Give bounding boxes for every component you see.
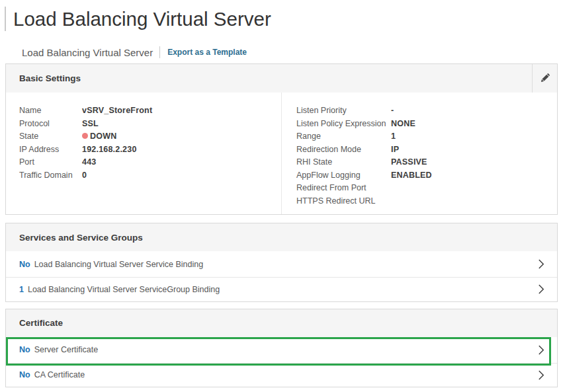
state-down-dot-icon: [82, 133, 88, 139]
pencil-icon: [539, 72, 551, 85]
field-protocol: Protocol SSL: [19, 118, 281, 131]
certificate-panel: Certificate No Server Certificate No CA …: [5, 309, 558, 388]
chevron-right-icon: [539, 259, 544, 269]
field-redirect-from-port: Redirect From Port: [296, 182, 557, 195]
basic-settings-panel: Basic Settings Name vSRV_StoreFront Prot…: [5, 63, 558, 215]
field-listen-priority: Listen Priority -: [296, 104, 557, 118]
state-value: DOWN: [90, 132, 116, 141]
title-accent-bar: [5, 7, 6, 31]
field-appflow-logging: AppFlow Logging ENABLED: [296, 169, 557, 182]
field-ip-address: IP Address 192.168.2.230: [19, 143, 281, 157]
server-certificate-row[interactable]: No Server Certificate: [6, 337, 557, 363]
chevron-right-icon: [539, 284, 544, 294]
services-panel: Services and Service Groups No Load Bala…: [5, 223, 558, 302]
chevron-right-icon: [539, 370, 544, 380]
page-title: Load Balancing Virtual Server: [13, 8, 563, 30]
field-redirection-mode: Redirection Mode IP: [296, 143, 557, 157]
services-title: Services and Service Groups: [19, 233, 143, 243]
chevron-right-icon: [539, 345, 544, 355]
field-name: Name vSRV_StoreFront: [19, 104, 281, 118]
certificate-header: Certificate: [6, 309, 557, 337]
basic-settings-right-column: Listen Priority - Listen Policy Expressi…: [281, 93, 557, 214]
field-state: State DOWN: [19, 130, 281, 143]
services-header: Services and Service Groups: [6, 223, 557, 251]
field-listen-policy-expression: Listen Policy Expression NONE: [296, 118, 557, 131]
certificate-title: Certificate: [19, 318, 63, 328]
service-binding-row[interactable]: No Load Balancing Virtual Server Service…: [6, 251, 557, 277]
basic-settings-header: Basic Settings: [6, 64, 557, 93]
basic-settings-left-column: Name vSRV_StoreFront Protocol SSL State …: [6, 93, 281, 214]
field-rhi-state: RHI State PASSIVE: [296, 156, 557, 169]
basic-settings-body: Name vSRV_StoreFront Protocol SSL State …: [6, 93, 557, 214]
page-header: Load Balancing Virtual Server: [0, 0, 563, 30]
breadcrumb-divider: [159, 46, 160, 58]
servicegroup-binding-row[interactable]: 1 Load Balancing Virtual Server ServiceG…: [6, 277, 557, 301]
field-https-redirect-url: HTTPS Redirect URL: [296, 195, 557, 208]
field-traffic-domain: Traffic Domain 0: [19, 169, 281, 182]
basic-settings-title: Basic Settings: [19, 73, 81, 83]
breadcrumb: Load Balancing Virtual Server: [22, 47, 153, 58]
field-port: Port 443: [19, 156, 281, 169]
edit-button[interactable]: [532, 64, 557, 93]
breadcrumb-row: Load Balancing Virtual Server Export as …: [22, 45, 563, 59]
export-template-link[interactable]: Export as a Template: [167, 48, 247, 57]
field-range: Range 1: [296, 130, 557, 143]
ca-certificate-row[interactable]: No CA Certificate: [6, 363, 557, 387]
